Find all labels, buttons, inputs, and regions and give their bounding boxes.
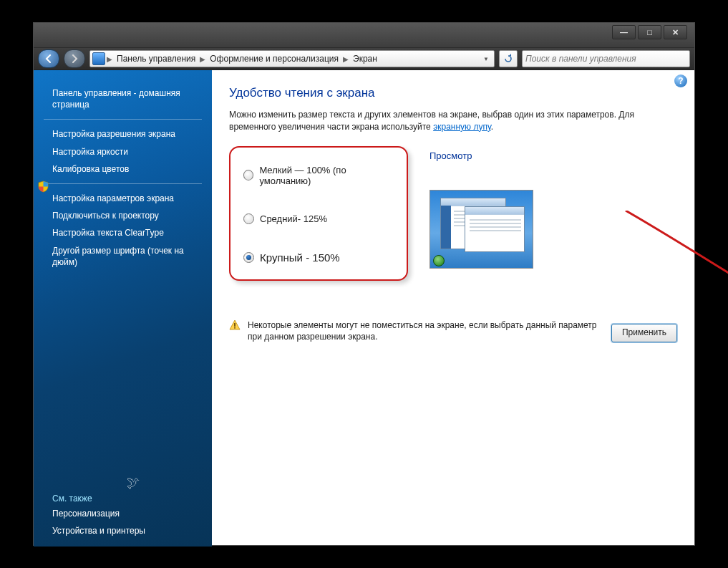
sidebar: Панель управления - домашняя страница На…	[34, 70, 212, 547]
sidebar-item[interactable]: Настройка текста ClearType	[34, 224, 212, 241]
sidebar-item[interactable]: Настройка разрешения экрана	[34, 125, 212, 143]
see-also-item[interactable]: Персонализация	[34, 505, 212, 522]
preview-label: Просмотр	[429, 150, 533, 161]
divider	[44, 183, 202, 184]
breadcrumb-item[interactable]: Панель управления	[114, 54, 198, 64]
apply-button[interactable]: Применить	[611, 324, 677, 342]
sidebar-item[interactable]: Настройка яркости	[34, 143, 212, 160]
chevron-right-icon: ▶	[107, 55, 112, 63]
warning-icon	[229, 319, 241, 331]
sidebar-item[interactable]: Подключиться к проектору	[34, 207, 212, 224]
maximize-button[interactable]: □	[638, 25, 661, 39]
svg-rect-1	[234, 327, 236, 329]
preview-thumbnail	[429, 190, 533, 269]
chevron-right-icon: ▶	[200, 55, 205, 63]
breadcrumb-item[interactable]: Оформление и персонализация	[207, 54, 341, 64]
location-icon	[92, 52, 105, 65]
bird-icon: 🕊	[127, 476, 140, 491]
uac-shield-icon	[38, 180, 49, 193]
sidebar-item[interactable]: Калибровка цветов	[34, 160, 212, 178]
scale-options-box-annotation: Мелкий — 100% (по умолчанию) Средний- 12…	[229, 146, 408, 281]
breadcrumb[interactable]: ▶ Панель управления ▶ Оформление и персо…	[89, 50, 495, 67]
search-input[interactable]: Поиск в панели управления	[522, 50, 690, 67]
option-label: Мелкий — 100% (по умолчанию)	[259, 165, 394, 186]
see-also-item[interactable]: Устройства и принтеры	[34, 522, 212, 539]
minimize-button[interactable]: —	[612, 25, 636, 39]
option-label: Крупный - 150%	[260, 251, 340, 264]
page-title: Удобство чтения с экрана	[229, 86, 677, 100]
control-panel-window: — □ ✕ ▶ Панель управления ▶ Оформление и…	[33, 22, 695, 546]
breadcrumb-dropdown-icon[interactable]: ▼	[480, 56, 492, 62]
warning-text: Некоторые элементы могут не поместиться …	[248, 319, 601, 344]
forward-button[interactable]	[64, 49, 85, 68]
see-also-heading: См. также	[34, 494, 212, 505]
svg-rect-0	[234, 323, 236, 327]
back-button[interactable]	[38, 49, 59, 68]
content-area: ? Удобство чтения с экрана Можно изменит…	[212, 70, 694, 547]
sidebar-item[interactable]: Настройка параметров экрана	[34, 190, 212, 207]
close-button[interactable]: ✕	[664, 25, 687, 39]
scale-option-small[interactable]: Мелкий — 100% (по умолчанию)	[243, 165, 394, 186]
scale-option-large[interactable]: Крупный - 150%	[243, 251, 394, 264]
help-icon[interactable]: ?	[674, 74, 687, 87]
intro-text: Можно изменить размер текста и других эл…	[229, 109, 666, 133]
refresh-button[interactable]	[499, 50, 518, 67]
titlebar: — □ ✕	[34, 23, 694, 48]
radio-icon[interactable]	[243, 170, 253, 180]
nav-bar: ▶ Панель управления ▶ Оформление и персо…	[34, 48, 694, 70]
radio-icon[interactable]	[243, 213, 254, 224]
search-placeholder: Поиск в панели управления	[525, 54, 636, 64]
magnifier-link[interactable]: экранную лупу	[433, 122, 491, 132]
sidebar-home[interactable]: Панель управления - домашняя страница	[34, 85, 212, 113]
radio-icon[interactable]	[243, 252, 254, 263]
breadcrumb-item[interactable]: Экран	[350, 54, 380, 64]
chevron-right-icon: ▶	[343, 55, 349, 63]
sidebar-item[interactable]: Другой размер шрифта (точек на дюйм)	[34, 242, 212, 271]
option-label: Средний- 125%	[260, 213, 327, 224]
divider	[44, 119, 202, 120]
scale-option-medium[interactable]: Средний- 125%	[243, 213, 394, 224]
